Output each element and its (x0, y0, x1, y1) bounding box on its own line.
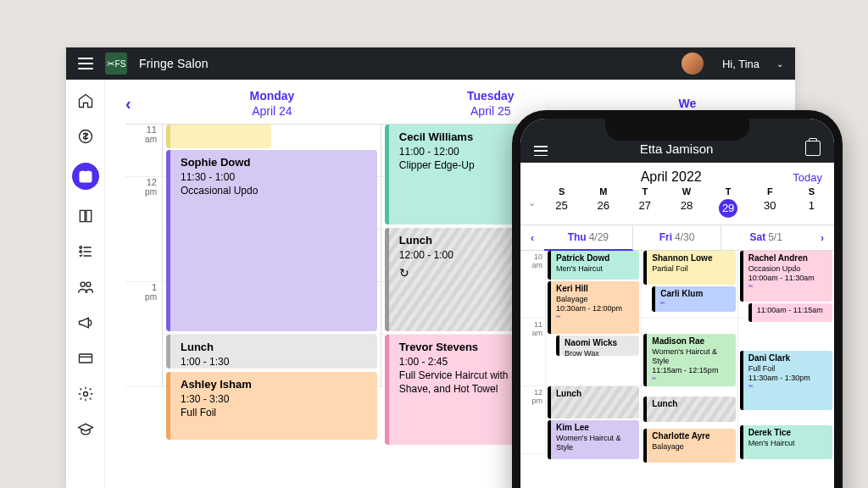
ph-event[interactable]: Shannon LowePartial Foil (643, 251, 735, 285)
card-icon[interactable] (76, 349, 95, 368)
brand-tile: ✂FS (105, 53, 127, 75)
prev-day-arrow[interactable]: ‹ (520, 225, 544, 250)
event-sophie[interactable]: Sophie Dowd 11:30 - 1:00 Occasional Updo (166, 150, 377, 331)
phone-week-strip: ⌄ S25 M26 T27 W28 T29 F30 S1 (520, 186, 834, 225)
ph-event[interactable]: Derek TiceMen's Haircut (740, 425, 832, 459)
week-day[interactable]: W28 (665, 186, 707, 218)
day-header-wed-partial[interactable]: We (600, 96, 775, 111)
svg-rect-3 (80, 172, 92, 182)
ph-event[interactable]: Carli Klum✂ (652, 286, 735, 312)
ph-event[interactable]: Naomi WicksBrow Wax (556, 336, 639, 356)
ph-event[interactable]: Kim LeeWomen's Haircut & Style (548, 420, 639, 459)
phone-month-row: April 2022 Today (520, 163, 834, 186)
svg-point-6 (81, 282, 85, 286)
svg-point-7 (86, 282, 90, 286)
ph-event[interactable]: Patrick DowdMen's Haircut (548, 251, 639, 280)
phone-calendar-grid: 10 am 11 am 12 pm Patrick DowdMen's Hair… (520, 251, 834, 454)
phone-time-column: 10 am 11 am 12 pm (520, 251, 546, 454)
tab-sat[interactable]: Sat5/1 (721, 225, 810, 250)
people-icon[interactable] (76, 278, 95, 297)
ph-event[interactable]: Dani ClarkFull Foil11:30am - 1:30pm✂ (740, 351, 832, 410)
menu-button[interactable] (78, 58, 93, 69)
ph-event[interactable]: 11:00am - 11:15am (748, 303, 832, 322)
ph-event[interactable]: Madison RaeWomen's Haircut & Style11:15a… (643, 334, 735, 386)
day-header-mon[interactable]: MondayApril 24 (163, 88, 381, 119)
checklist-icon[interactable] (76, 242, 95, 261)
column-monday[interactable]: Sophie Dowd 11:30 - 1:00 Occasional Updo… (163, 125, 381, 387)
next-day-arrow[interactable]: › (810, 225, 834, 250)
phone-frame: Etta Jamison April 2022 Today ⌄ S25 M26 … (512, 110, 843, 488)
chevron-down-icon[interactable]: ⌄ (522, 186, 541, 218)
chevron-down-icon[interactable]: ⌄ (776, 59, 783, 69)
megaphone-icon[interactable] (76, 313, 95, 332)
home-icon[interactable] (76, 92, 95, 110)
ph-event[interactable]: Lunch (643, 396, 735, 422)
ph-event[interactable]: Charlotte AyreBalayage (643, 429, 735, 463)
event-block[interactable] (166, 125, 271, 148)
svg-point-5 (79, 251, 81, 253)
event-ashley[interactable]: Ashley Isham 1:30 - 3:30 Full Foil (166, 372, 377, 440)
phone-menu-button[interactable] (534, 146, 548, 156)
week-day[interactable]: M26 (582, 186, 624, 218)
week-day-selected[interactable]: T29 (708, 186, 749, 218)
week-day[interactable]: S1 (791, 186, 832, 218)
brand-name: Fringe Salon (139, 57, 209, 70)
phone-notch (605, 119, 749, 141)
month-label: April 2022 (641, 169, 702, 185)
phone-col-fri[interactable]: Shannon LowePartial Foil Carli Klum✂ Mad… (642, 251, 737, 454)
week-day[interactable]: S25 (541, 186, 582, 218)
gear-icon[interactable] (76, 385, 95, 403)
greeting: Hi, Tina (722, 58, 760, 70)
week-day[interactable]: F30 (749, 186, 791, 218)
phone-col-thu[interactable]: Patrick DowdMen's Haircut Keri HillBalay… (546, 251, 642, 454)
week-day[interactable]: T27 (624, 186, 665, 218)
svg-point-9 (83, 392, 87, 396)
calendar-icon[interactable] (805, 141, 821, 156)
time-column: 11am 12pm 1pm (125, 125, 163, 387)
money-icon[interactable] (76, 127, 95, 146)
ph-event[interactable]: Rachel AndrenOccasion Updo10:00am - 11:3… (740, 251, 832, 302)
phone-col-sat[interactable]: Rachel AndrenOccasion Updo10:00am - 11:3… (738, 251, 834, 454)
topbar: ✂FS Fringe Salon Hi, Tina ⌄ (66, 47, 795, 80)
event-lunch-mon[interactable]: Lunch 1:00 - 1:30 (166, 335, 377, 369)
tab-fri[interactable]: Fri4/30 (633, 225, 722, 250)
graduation-icon[interactable] (76, 420, 95, 439)
svg-point-4 (79, 247, 81, 249)
phone-title: Etta Jamison (640, 141, 714, 156)
book-icon[interactable] (76, 207, 95, 225)
ph-event[interactable]: Keri HillBalayage10:30am - 12:00pm✂ (548, 281, 639, 334)
today-button[interactable]: Today (793, 171, 822, 184)
ph-event[interactable]: Lunch (548, 386, 639, 419)
phone-day-tabs: ‹ Thu4/29 Fri4/30 Sat5/1 › (520, 225, 834, 251)
tab-thu[interactable]: Thu4/29 (544, 225, 633, 251)
svg-rect-8 (79, 354, 92, 363)
calendar-icon[interactable] (72, 163, 99, 190)
prev-arrow[interactable]: ‹ (125, 94, 163, 114)
avatar[interactable] (682, 53, 704, 75)
sidenav (66, 80, 105, 488)
